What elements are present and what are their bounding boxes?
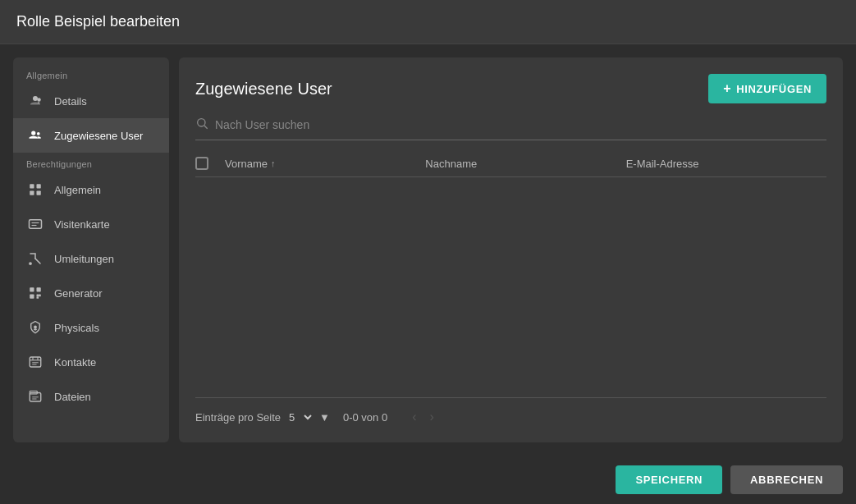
svg-rect-14 [30, 295, 34, 299]
svg-point-2 [31, 131, 35, 135]
sidebar-item-dateien[interactable]: Dateien [13, 379, 169, 414]
next-page-button[interactable]: › [424, 408, 438, 426]
search-icon [195, 117, 208, 133]
table-header: Vorname ↑ Nachname E-Mail-Adresse [195, 150, 826, 177]
svg-rect-15 [37, 295, 39, 297]
col-email-label: E-Mail-Adresse [626, 158, 699, 170]
sidebar-section-permissions: Berechtigungen [13, 153, 169, 172]
svg-point-31 [198, 119, 205, 126]
table-container: Vorname ↑ Nachname E-Mail-Adresse [195, 150, 826, 397]
svg-rect-12 [30, 287, 34, 291]
sidebar-item-visitenkarte-label: Visitenkarte [54, 218, 110, 231]
svg-rect-7 [37, 191, 41, 195]
sidebar-item-details[interactable]: Details [13, 84, 169, 118]
content-title: Zugewiesene User [195, 80, 332, 99]
col-vorname-label: Vorname [225, 158, 268, 170]
sort-icon[interactable]: ↑ [271, 158, 276, 168]
generator-icon [26, 284, 44, 302]
umleitungen-icon [26, 250, 44, 268]
sidebar: Allgemein Details [13, 57, 169, 442]
svg-rect-21 [30, 357, 41, 367]
sidebar-item-visitenkarte[interactable]: Visitenkarte [13, 207, 169, 241]
select-all-checkbox[interactable] [195, 157, 208, 170]
sidebar-item-details-label: Details [54, 95, 87, 108]
sidebar-item-zugewiesene-user-label: Zugewiesene User [54, 130, 143, 142]
table-body [195, 177, 826, 341]
svg-rect-8 [30, 220, 42, 229]
save-button[interactable]: SPEICHERN [616, 465, 722, 494]
content-panel: Zugewiesene User + HINZUFÜGEN Vorname [179, 57, 843, 442]
per-page-select: Einträge pro Seite 5 10 25 50 ▼ [195, 410, 330, 424]
page-title: Rolle Beispiel bearbeiten [0, 0, 856, 44]
search-box [195, 117, 826, 140]
dateien-icon [26, 387, 44, 405]
sidebar-item-physicals-label: Physicals [54, 322, 99, 334]
sidebar-item-generator-label: Generator [54, 287, 103, 300]
svg-point-1 [37, 98, 41, 102]
svg-line-32 [204, 126, 208, 129]
svg-rect-4 [30, 184, 34, 188]
sidebar-item-kontakte[interactable]: Kontakte [13, 345, 169, 379]
cancel-button[interactable]: ABBRECHEN [730, 465, 843, 494]
sidebar-item-dateien-label: Dateien [54, 391, 91, 403]
visitenkarte-icon [26, 215, 44, 233]
kontakte-icon [26, 353, 44, 371]
physicals-icon [26, 318, 44, 337]
plus-icon: + [723, 81, 731, 96]
page-footer: SPEICHERN ABBRECHEN [0, 456, 856, 504]
sidebar-item-physicals[interactable]: Physicals [13, 310, 169, 345]
pagination-buttons: ‹ › [407, 408, 439, 426]
sidebar-item-umleitungen[interactable]: Umleitungen [13, 241, 169, 276]
entries-per-page-label: Einträge pro Seite [195, 411, 281, 424]
details-icon [26, 92, 44, 110]
dropdown-arrow-icon: ▼ [319, 411, 330, 424]
sidebar-item-allgemein-label: Allgemein [54, 184, 101, 196]
svg-rect-6 [30, 191, 34, 195]
svg-rect-17 [37, 296, 39, 299]
svg-rect-5 [37, 184, 41, 188]
svg-rect-13 [37, 287, 41, 291]
allgemein-icon [26, 181, 44, 199]
table-footer: Einträge pro Seite 5 10 25 50 ▼ 0-0 von … [195, 397, 826, 426]
sidebar-item-generator[interactable]: Generator [13, 276, 169, 310]
prev-page-button[interactable]: ‹ [407, 408, 421, 426]
col-email: E-Mail-Adresse [626, 158, 826, 170]
add-button-label: HINZUFÜGEN [736, 83, 812, 95]
col-vorname: Vorname ↑ [225, 158, 425, 170]
pagination-range: 0-0 von 0 [343, 411, 387, 424]
per-page-dropdown[interactable]: 5 10 25 50 [286, 410, 314, 424]
col-nachname-label: Nachname [425, 158, 477, 170]
sidebar-item-kontakte-label: Kontakte [54, 356, 96, 369]
sidebar-item-allgemein[interactable]: Allgemein [13, 172, 169, 207]
sidebar-item-zugewiesene-user[interactable]: Zugewiesene User [13, 118, 169, 153]
svg-rect-16 [39, 295, 41, 297]
search-input[interactable] [215, 118, 826, 131]
users-icon [26, 126, 44, 144]
add-button[interactable]: + HINZUFÜGEN [708, 74, 826, 103]
svg-point-11 [29, 262, 32, 265]
sidebar-section-general: Allgemein [13, 64, 169, 84]
sidebar-item-umleitungen-label: Umleitungen [54, 253, 114, 265]
content-header: Zugewiesene User + HINZUFÜGEN [195, 74, 826, 103]
col-nachname: Nachname [425, 158, 625, 170]
svg-point-18 [34, 325, 37, 328]
svg-point-3 [37, 132, 40, 135]
svg-point-0 [33, 96, 38, 101]
